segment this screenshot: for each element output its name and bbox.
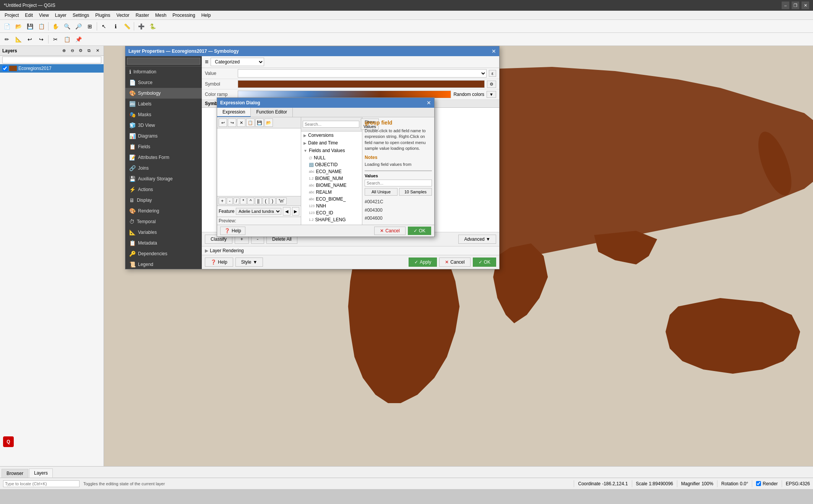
map-area[interactable]: Layer Properties — Ecoregions2017 — Symb…	[104, 46, 813, 466]
select-btn[interactable]: ↖	[99, 21, 109, 32]
nav-item-diagrams[interactable]: 📊 Diagrams	[125, 131, 202, 141]
nav-item-3dview[interactable]: 🧊 3D View	[125, 120, 202, 131]
zoom-out-btn[interactable]: 🔎	[73, 21, 84, 32]
color-ramp-change-btn[interactable]: ▼	[487, 91, 496, 98]
func-group-conversions[interactable]: ▶ Conversions	[301, 131, 362, 139]
menu-mesh[interactable]: Mesh	[152, 12, 169, 19]
color-ramp-preview[interactable]	[238, 91, 451, 98]
identify-btn[interactable]: ℹ	[110, 21, 121, 32]
nav-item-masks[interactable]: 🎭 Masks	[125, 109, 202, 120]
layer-checkbox[interactable]	[2, 66, 8, 71]
func-search-input[interactable]	[303, 121, 359, 128]
layers-search-input[interactable]	[2, 57, 101, 63]
func-item-objectid[interactable]: 🔢 OBJECTID	[301, 161, 362, 168]
feature-select[interactable]: Adelie Land tundra	[236, 208, 281, 215]
nav-item-joins[interactable]: 🔗 Joins	[125, 163, 202, 173]
nav-item-dependencies[interactable]: 🔑 Dependencies	[125, 248, 202, 259]
cut-btn[interactable]: ✂	[50, 34, 61, 45]
all-unique-btn[interactable]: All Unique	[365, 188, 398, 196]
op-open-paren[interactable]: (	[263, 198, 269, 204]
feature-prev-btn[interactable]: ◀	[283, 207, 290, 216]
expr-help-btn[interactable]: ❓ Help	[220, 227, 245, 235]
nav-item-actions[interactable]: ⚡ Actions	[125, 184, 202, 195]
redo-btn[interactable]: ↪	[36, 34, 47, 45]
tab-layers[interactable]: Layers	[29, 468, 53, 478]
feature-next-btn[interactable]: ▶	[292, 207, 299, 216]
expr-load-btn[interactable]: 📂	[265, 118, 273, 127]
menu-layer[interactable]: Layer	[52, 12, 70, 19]
layer-props-close-btn[interactable]: ✕	[492, 48, 496, 54]
dialog-search-input[interactable]	[127, 58, 200, 65]
minimize-button[interactable]: –	[782, 2, 789, 9]
nav-item-information[interactable]: ℹ Information	[125, 66, 202, 77]
symbol-change-btn[interactable]: ⚙	[487, 81, 496, 88]
pan-map-btn[interactable]: ✋	[50, 21, 61, 32]
help-button[interactable]: ❓ Help	[205, 258, 233, 267]
op-divide[interactable]: /	[234, 198, 239, 204]
func-item-eco-biome[interactable]: abc ECO_BIOME_	[301, 196, 362, 203]
nav-item-labels[interactable]: 🔤 Labels	[125, 99, 202, 109]
nav-item-source[interactable]: 📄 Source	[125, 77, 202, 88]
epsg-label[interactable]: EPSG:4326	[786, 481, 810, 486]
nav-item-rendering[interactable]: 🎨 Rendering	[125, 206, 202, 216]
nav-item-fields[interactable]: 📋 Fields	[125, 141, 202, 152]
add-layer-btn[interactable]: ➕	[136, 21, 146, 32]
copy-btn[interactable]: 📋	[62, 34, 72, 45]
nav-item-metadata[interactable]: 📋 Metadata	[125, 238, 202, 248]
values-search-input[interactable]	[365, 180, 432, 186]
tab-expression[interactable]: Expression	[217, 108, 251, 117]
val-item-1[interactable]: #00421C	[365, 198, 432, 206]
new-project-btn[interactable]: 📄	[2, 21, 12, 32]
menu-processing[interactable]: Processing	[169, 12, 198, 19]
menu-raster[interactable]: Raster	[133, 12, 152, 19]
save-project-btn[interactable]: 💾	[24, 21, 35, 32]
op-concat[interactable]: ||	[255, 198, 262, 204]
layers-settings-btn[interactable]: ⚙	[77, 47, 84, 55]
tab-browser[interactable]: Browser	[2, 469, 28, 478]
menu-view[interactable]: View	[36, 12, 52, 19]
op-power[interactable]: ^	[247, 198, 254, 204]
layers-resize-btn[interactable]: ⧉	[85, 47, 93, 55]
zoom-in-btn[interactable]: 🔍	[62, 21, 72, 32]
nav-item-auxiliary-storage[interactable]: 💾 Auxiliary Storage	[125, 173, 202, 184]
cancel-button[interactable]: ✕ Cancel	[439, 258, 470, 267]
menu-vector[interactable]: Vector	[114, 12, 133, 19]
expr-close-btn[interactable]: ✕	[427, 100, 431, 106]
layers-close-btn[interactable]: ✕	[94, 47, 101, 55]
expr-undo-btn[interactable]: ↩	[219, 118, 227, 127]
layer-item-ecoregions[interactable]: Ecoregions2017	[0, 64, 104, 73]
func-item-null[interactable]: ∅ NULL	[301, 154, 362, 161]
save-as-btn[interactable]: 📋	[36, 21, 47, 32]
ten-samples-btn[interactable]: 10 Samples	[399, 188, 432, 196]
expr-clear-btn[interactable]: ✕	[237, 118, 245, 127]
func-group-fields-values[interactable]: ▼ Fields and Values	[301, 147, 362, 154]
val-item-3[interactable]: #004600	[365, 214, 432, 223]
apply-button[interactable]: ✓ Apply	[409, 258, 437, 267]
symbol-preview[interactable]	[238, 80, 485, 88]
func-item-biome-num[interactable]: 1.2 BIOME_NUM	[301, 175, 362, 182]
tab-function-editor[interactable]: Function Editor	[251, 108, 293, 117]
nav-item-temporal[interactable]: ⏱ Temporal	[125, 216, 202, 227]
open-project-btn[interactable]: 📂	[13, 21, 24, 32]
restore-button[interactable]: ❐	[792, 2, 799, 9]
expr-redo-btn[interactable]: ↪	[228, 118, 236, 127]
style-button[interactable]: Style ▼	[235, 258, 263, 267]
layers-remove-btn[interactable]: ⊖	[68, 47, 76, 55]
value-expr-btn[interactable]: ε	[489, 70, 496, 77]
nav-item-legend[interactable]: 📜 Legend	[125, 259, 202, 269]
menu-project[interactable]: Project	[2, 12, 22, 19]
locate-input[interactable]	[3, 480, 80, 487]
func-item-nnh[interactable]: 123 NNH	[301, 203, 362, 209]
op-plus[interactable]: +	[219, 198, 226, 204]
func-group-date-time[interactable]: ▶ Date and Time	[301, 139, 362, 147]
menu-settings[interactable]: Settings	[70, 12, 92, 19]
menu-plugins[interactable]: Plugins	[92, 12, 113, 19]
symbology-type-select[interactable]: Categorized	[211, 58, 264, 66]
menu-help[interactable]: Help	[198, 12, 214, 19]
close-button[interactable]: ✕	[802, 2, 809, 9]
layers-add-btn[interactable]: ⊕	[60, 47, 68, 55]
nav-item-symbology[interactable]: 🎨 Symbology	[125, 88, 202, 99]
toggle-editing-btn[interactable]: ✏	[2, 34, 12, 45]
op-minus[interactable]: -	[227, 198, 233, 204]
op-multiply[interactable]: *	[240, 198, 247, 204]
